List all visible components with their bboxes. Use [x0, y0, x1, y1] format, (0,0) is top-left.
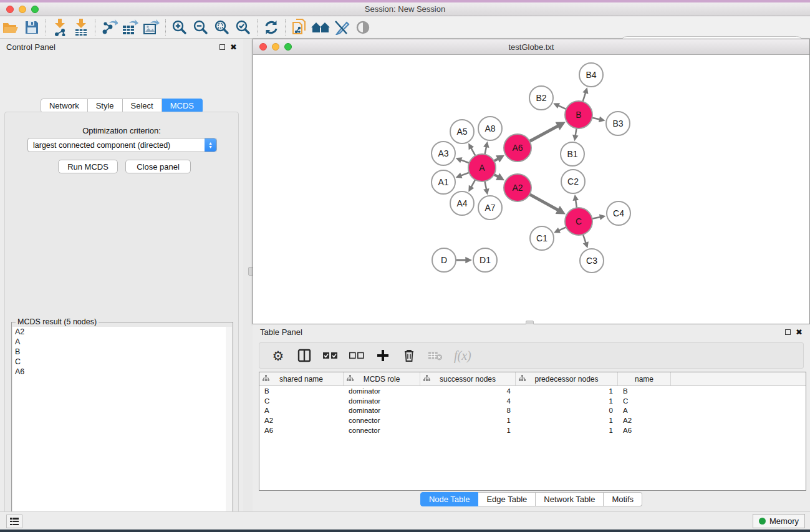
graph-node-A4[interactable]: A4	[450, 191, 474, 215]
result-list-item[interactable]: B	[12, 347, 227, 357]
graph-node-B4[interactable]: B4	[579, 63, 603, 87]
function-builder-icon[interactable]: f(x)	[454, 348, 471, 363]
tab-style[interactable]: Style	[88, 99, 123, 113]
tab-node-table[interactable]: Node Table	[420, 492, 479, 506]
graph-node-B1[interactable]: B1	[561, 142, 584, 166]
zoom-in-icon[interactable]	[169, 19, 190, 36]
select-all-icon[interactable]	[323, 348, 338, 363]
graph-node-A7[interactable]: A7	[478, 196, 502, 220]
tab-motifs[interactable]: Motifs	[604, 492, 642, 506]
control-panel-title: Control Panel	[6, 42, 55, 52]
graph-edge-arrowhead	[573, 195, 579, 201]
column-header-MCDS-role[interactable]: MCDS role	[344, 372, 420, 385]
mcds-result-list[interactable]: A2ABCA6	[12, 327, 227, 530]
graph-node-D[interactable]: D	[432, 248, 456, 272]
node-table[interactable]: shared nameMCDS rolesuccessor nodesprede…	[259, 372, 806, 491]
refresh-layout-icon[interactable]	[261, 19, 282, 36]
delete-column-icon[interactable]	[402, 348, 417, 363]
annotation-toggle-icon[interactable]	[331, 19, 352, 36]
table-row[interactable]: Bdominator41B	[259, 386, 806, 396]
network-window-titlebar[interactable]: testGlobe.txt	[253, 39, 809, 55]
graph-node-label: B2	[536, 93, 546, 103]
graph-node-label: C2	[567, 177, 579, 186]
tab-select[interactable]: Select	[123, 99, 162, 113]
eye-icon[interactable]	[352, 19, 374, 36]
graph-node-C3[interactable]: C3	[580, 249, 604, 273]
result-list-item[interactable]: C	[12, 357, 227, 367]
table-cell: connector	[344, 427, 420, 434]
export-table-icon[interactable]	[120, 19, 141, 36]
delete-table-icon[interactable]	[428, 348, 443, 363]
graph-node-D1[interactable]: D1	[473, 248, 497, 272]
deselect-all-icon[interactable]	[349, 348, 364, 363]
graph-node-B[interactable]: B	[565, 101, 592, 128]
zoom-fit-icon[interactable]	[211, 19, 233, 36]
graph-node-B2[interactable]: B2	[529, 86, 553, 110]
result-list-scrollbar[interactable]	[226, 327, 232, 530]
copy-network-icon[interactable]	[289, 19, 310, 36]
show-panels-button[interactable]	[6, 515, 22, 528]
toolbar-separator	[285, 19, 286, 36]
column-header-successor-nodes[interactable]: successor nodes	[420, 372, 516, 385]
tab-mcds[interactable]: MCDS	[162, 99, 203, 113]
graph-node-C1[interactable]: C1	[530, 226, 554, 250]
column-header-shared-name[interactable]: shared name	[259, 372, 344, 385]
import-network-icon[interactable]	[49, 19, 70, 36]
network-graph[interactable]: B4B2BB3A8A5A6A3B1AA1C2A2A4A7C4CC1C3DD1	[253, 55, 809, 324]
graph-node-label: B1	[567, 149, 577, 159]
optimization-criterion-select[interactable]: largest connected component (directed) ▲…	[27, 138, 217, 152]
gear-icon[interactable]: ⚙	[271, 348, 286, 363]
float-panel-icon[interactable]	[219, 44, 225, 50]
result-list-item[interactable]: A	[12, 337, 227, 347]
add-column-icon[interactable]	[375, 348, 390, 363]
graph-node-B3[interactable]: B3	[606, 112, 630, 135]
network-canvas[interactable]: B4B2BB3A8A5A6A3B1AA1C2A2A4A7C4CC1C3DD1	[253, 55, 809, 324]
graph-node-A1[interactable]: A1	[432, 170, 455, 194]
table-row[interactable]: A2connector11A2	[259, 415, 806, 425]
graph-node-A6[interactable]: A6	[504, 134, 531, 162]
graph-node-A[interactable]: A	[468, 154, 496, 181]
tab-network[interactable]: Network	[41, 99, 88, 113]
memory-button[interactable]: Memory	[753, 514, 805, 528]
zoom-out-icon[interactable]	[190, 19, 211, 36]
export-image-icon[interactable]	[141, 19, 162, 36]
graph-edge-A2-C[interactable]	[529, 194, 559, 210]
close-panel-button[interactable]: Close panel	[125, 160, 191, 173]
status-bar: Memory	[0, 511, 810, 530]
column-header-predecessor-nodes[interactable]: predecessor nodes	[516, 372, 618, 385]
columns-icon[interactable]	[297, 348, 312, 363]
graph-node-A3[interactable]: A3	[432, 142, 455, 165]
graph-node-A2[interactable]: A2	[504, 174, 531, 201]
table-cell: 4	[420, 397, 516, 405]
graph-node-A8[interactable]: A8	[478, 117, 502, 140]
tab-network-table[interactable]: Network Table	[536, 492, 604, 506]
graph-node-A5[interactable]: A5	[450, 120, 474, 143]
result-list-item[interactable]: A6	[12, 367, 227, 377]
export-network-icon[interactable]	[99, 19, 120, 36]
zoom-selected-icon[interactable]	[233, 19, 254, 36]
graph-node-C4[interactable]: C4	[607, 201, 630, 225]
table-row[interactable]: A6connector11A6	[259, 425, 806, 435]
table-cell: B	[259, 387, 344, 395]
table-row[interactable]: Cdominator41C	[259, 396, 806, 406]
result-list-item[interactable]: A2	[12, 327, 227, 337]
graph-edge-A6-B[interactable]	[529, 126, 558, 142]
app-titlebar: Session: New Session	[0, 2, 810, 16]
open-session-icon[interactable]	[0, 19, 21, 36]
run-mcds-button[interactable]: Run MCDS	[58, 160, 118, 173]
table-panel: Table Panel ✖ ⚙ f(x) shared nameMCDS rol…	[253, 324, 810, 511]
table-cell: 1	[420, 417, 516, 424]
close-panel-icon[interactable]: ✖	[230, 44, 237, 50]
graph-edge-arrowhead	[483, 188, 489, 195]
column-header-name[interactable]: name	[618, 372, 671, 385]
tab-edge-table[interactable]: Edge Table	[478, 492, 536, 506]
home-icon[interactable]	[310, 19, 331, 36]
memory-status-icon	[759, 518, 766, 525]
table-row[interactable]: Adominator80A	[259, 406, 806, 416]
graph-node-C[interactable]: C	[565, 208, 592, 235]
save-session-icon[interactable]	[21, 19, 42, 36]
graph-node-C2[interactable]: C2	[561, 170, 585, 193]
float-table-panel-icon[interactable]	[785, 329, 791, 335]
close-table-panel-icon[interactable]: ✖	[796, 329, 803, 335]
import-table-icon[interactable]	[70, 19, 92, 36]
